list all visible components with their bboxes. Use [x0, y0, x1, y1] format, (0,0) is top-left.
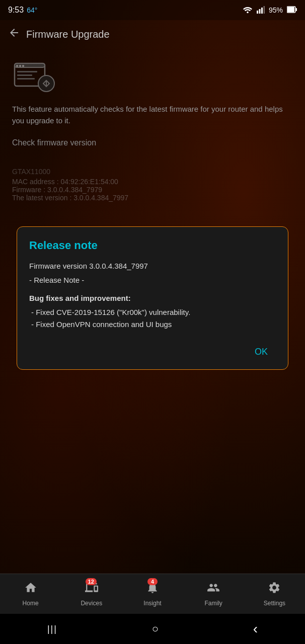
- bug-fixes-title: Bug fixes and improvement:: [29, 292, 276, 304]
- devices-label: Devices: [81, 600, 102, 607]
- nav-item-family[interactable]: Family: [183, 574, 244, 614]
- home-icon: [24, 581, 37, 598]
- android-menu-button[interactable]: |||: [35, 620, 69, 638]
- android-navigation-bar: ||| ○ ‹: [0, 614, 305, 644]
- nav-item-devices[interactable]: 12 Devices: [61, 574, 122, 614]
- dialog-title: Release note: [29, 239, 276, 252]
- release-note-label: - Release Note -: [29, 274, 276, 286]
- settings-label: Settings: [264, 600, 285, 607]
- dialog-backdrop: Release note Firmware version 3.0.0.4.38…: [0, 0, 305, 644]
- nav-item-home[interactable]: Home: [0, 574, 61, 614]
- android-back-button[interactable]: ‹: [241, 617, 270, 641]
- nav-item-insight[interactable]: 4 Insight: [122, 574, 183, 614]
- dialog-footer: OK: [29, 339, 276, 361]
- home-label: Home: [23, 600, 39, 607]
- bottom-navigation: Home 12 Devices 4 Insight Family: [0, 574, 305, 614]
- fix-item-2: - Fixed OpenVPN connection and UI bugs: [31, 318, 276, 331]
- nav-item-settings[interactable]: Settings: [244, 574, 305, 614]
- devices-badge: 12: [86, 578, 97, 585]
- insight-label: Insight: [143, 600, 161, 607]
- settings-icon: [268, 581, 281, 598]
- dialog-body: Firmware version 3.0.0.4.384_7997 - Rele…: [29, 260, 276, 331]
- family-icon: [207, 581, 220, 598]
- ok-button[interactable]: OK: [247, 343, 276, 361]
- release-note-dialog: Release note Firmware version 3.0.0.4.38…: [17, 226, 288, 370]
- family-label: Family: [205, 600, 222, 607]
- insight-badge: 4: [147, 578, 158, 585]
- fix-item-1: - Fixed CVE-2019-15126 ("Kr00k") vulnera…: [31, 306, 276, 318]
- android-home-button[interactable]: ○: [140, 618, 171, 639]
- firmware-version-text: Firmware version 3.0.0.4.384_7997: [29, 260, 276, 272]
